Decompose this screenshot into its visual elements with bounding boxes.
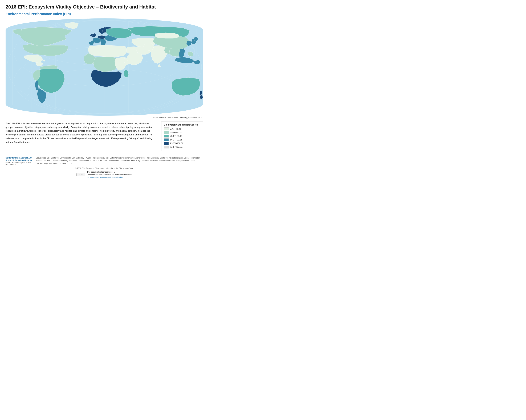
legend-item: 1.47–55.45 [164,127,200,130]
robinson-label: Robinson Projection [9,112,24,114]
description-text: The 2016 EPI builds on measures relevant… [6,122,157,144]
legend-label: no EPI score [170,146,183,148]
ciesin-org-name: Center for International Earth Science I… [6,156,33,162]
world-map: Robinson Projection [6,19,203,116]
legend-swatch [164,131,169,134]
cc-icon: © [79,174,80,176]
legend-item: no EPI score [164,146,200,148]
legend-box: Biodiversity and Habitat Scores 1.47–55.… [161,122,203,151]
ciesin-logo: Center for International Earth Science I… [6,156,33,166]
footer-row: Center for International Earth Science I… [6,155,203,166]
legend-label: 86.17–93.26 [170,138,182,141]
legend-item: 75.07–86.16 [164,135,200,137]
legend-swatch [164,138,169,141]
legend-label: 93.27–100.00 [170,142,183,145]
cc-badge: © BY [76,173,85,176]
copyright-row: © 2016. The Trustees of Columbia Univers… [6,167,203,169]
legend-item: 55.46–75.06 [164,131,200,134]
legend-swatch [164,146,169,148]
main-title: 2016 EPI: Ecosystem Vitality Objective –… [6,4,203,11]
legend-items: 1.47–55.4555.46–75.0675.07–86.1686.17–93… [164,127,200,148]
legend-label: 75.07–86.16 [170,135,182,137]
legend-swatch [164,135,169,137]
legend-label: 55.46–75.06 [170,131,182,134]
cc-row: © BY This document is licensed under a C… [6,171,203,179]
legend-swatch [164,127,169,130]
data-source-text: Data Source: Yale Center for Environment… [36,156,203,165]
legend-item: 93.27–100.00 [164,142,200,145]
map-svg: Robinson Projection [6,19,203,116]
legend-swatch [164,142,169,145]
legend-item: 86.17–93.26 [164,138,200,141]
legend-label: 1.47–55.45 [170,128,181,130]
map-credit: Map Credit: CIESIN Columbia University, … [6,117,203,119]
ciesin-org-subtitle: EARTH INSTITUTE | COLUMBIA UNIVERSITY [6,162,33,166]
legend-title: Biodiversity and Habitat Scores [164,123,200,126]
content-row: The 2016 EPI builds on measures relevant… [6,122,203,151]
cc-text: This document is licensed under a Creati… [87,171,132,179]
cc-link[interactable]: https://creativecommons.org/licenses/by/… [87,176,123,178]
by-icon: BY [81,174,82,176]
subtitle: Environmental Performance Index (EPI) [6,12,203,16]
